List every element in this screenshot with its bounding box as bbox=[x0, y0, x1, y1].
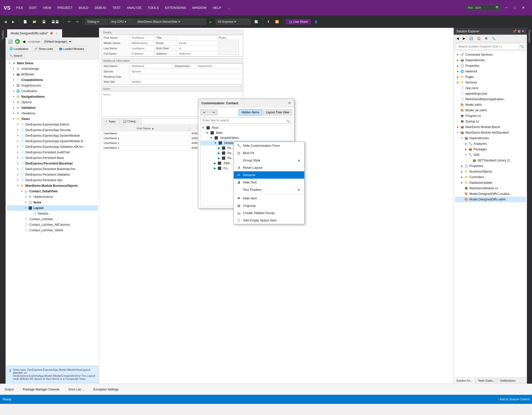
git-button[interactable]: ⬆ bbox=[265, 19, 272, 25]
expand-btn[interactable]: ▶ bbox=[15, 39, 20, 44]
sol-tree-item[interactable]: ▼🔧SDK bbox=[455, 152, 526, 158]
tree-item[interactable]: ▼📄DevExpress.ExpressApp.Validation.AllCo… bbox=[7, 144, 98, 150]
tree-item[interactable]: ▼⚙Options bbox=[7, 99, 98, 105]
sol-tree-item[interactable]: ▶📁Controllers bbox=[455, 174, 526, 180]
tab-close-btn[interactable]: ✕ bbox=[55, 32, 59, 35]
menu-view[interactable]: VIEW bbox=[40, 4, 54, 11]
sol-tree-item[interactable]: ▶🔗Connected Services bbox=[455, 52, 526, 57]
middle-name-value[interactable]: MiddleName bbox=[129, 40, 154, 46]
tree-expander[interactable]: ▼ bbox=[12, 101, 16, 103]
error-list-tab[interactable]: Error List ... bbox=[67, 387, 86, 392]
menu-window[interactable]: WINDOW bbox=[190, 4, 209, 11]
sol-pin-btn[interactable]: 📌 bbox=[512, 29, 517, 33]
tree-item[interactable]: ▼👁ViewItems bbox=[7, 111, 98, 116]
tree-item[interactable]: ▼📄DevExpress.Persistent.Xpo bbox=[7, 177, 98, 183]
sol-home-btn[interactable]: 🏠 bbox=[475, 36, 483, 41]
layout-tree-tab[interactable]: Layout Tree View bbox=[263, 109, 292, 115]
tree-item[interactable]: ▼📄DevExpress.Persistent.AuditTrail bbox=[7, 150, 98, 155]
refresh-tree-btn[interactable]: 🔄 bbox=[7, 38, 13, 45]
sol-tree-item[interactable]: 🎨Model.DesignedDiffs.Localiza... bbox=[455, 191, 526, 197]
menu-tools[interactable]: TOOLS bbox=[145, 4, 161, 11]
tree-expander[interactable]: ▼ bbox=[20, 190, 24, 193]
tree-item[interactable]: ▼⬛Layout bbox=[7, 205, 98, 211]
tree-expander[interactable]: ▶ bbox=[456, 126, 460, 128]
tree-item[interactable]: ▼📦BOModel bbox=[7, 72, 98, 77]
tree-item[interactable]: 📑Variants bbox=[7, 211, 98, 216]
tree-expander[interactable]: ▶ bbox=[456, 76, 460, 78]
user-icon-button[interactable]: 👤 bbox=[312, 19, 320, 25]
sol-tree-item[interactable]: 💻MainDemoModule.cs bbox=[455, 185, 526, 191]
sol-tree-item[interactable]: ▼📦MainDemo.Module.NetStandard bbox=[455, 130, 526, 135]
tree-item[interactable]: ▼🖼ImageSources bbox=[7, 83, 98, 88]
tree-expander[interactable]: ▼ bbox=[12, 107, 16, 109]
sol-tree-item[interactable]: 🎨Model.DesignedDiffs.xafml bbox=[455, 197, 526, 202]
minimize-button[interactable]: ─ bbox=[503, 5, 510, 10]
tree-expander[interactable]: ▶ bbox=[460, 176, 464, 178]
tree-expander[interactable]: ▶ bbox=[456, 70, 460, 73]
changes-tab[interactable]: 🔄 Chang... bbox=[119, 118, 142, 124]
ctx-text-position[interactable]: Text Position ▶ bbox=[234, 186, 304, 193]
search-box[interactable]: Mai...azor 🔍 bbox=[466, 5, 501, 11]
tree-item[interactable]: ▼📋Items bbox=[7, 200, 98, 205]
menu-debug[interactable]: DEBUG bbox=[92, 4, 109, 11]
cust-tree-simple[interactable]: ▼ ⬛ SimpleEditors bbox=[201, 135, 292, 140]
model-tab[interactable]: Model.DesignedDiffs.xafml* 📌 ✕ bbox=[7, 29, 62, 37]
tree-item[interactable]: ▼📄DevExpress.ExpressApp.Editors bbox=[7, 122, 98, 127]
sol-tree-item[interactable]: 📄appsettings.json bbox=[455, 91, 526, 96]
restore-button[interactable]: □ bbox=[512, 5, 518, 10]
tree-expander[interactable]: ▼ bbox=[16, 123, 20, 126]
sol-tree-item[interactable]: ▼📦Dependencies bbox=[455, 135, 526, 141]
tree-expander[interactable]: ▶ bbox=[456, 81, 460, 84]
tree-item[interactable]: ▼📄DevExpress.Persistent.BaseImpl bbox=[7, 161, 98, 166]
sol-filter-btn[interactable]: 🔍 bbox=[490, 36, 497, 41]
localization-btn[interactable]: 🌐 Localization bbox=[7, 46, 31, 51]
ctx-hide-text[interactable]: A Hide Text bbox=[234, 179, 304, 186]
tree-expander[interactable]: ▶ bbox=[460, 170, 464, 173]
tree-item[interactable]: ▼📄DevExpress.ExpressApp.SystemModule.N..… bbox=[7, 138, 98, 144]
tree-expander[interactable]: ▼ bbox=[16, 184, 20, 187]
notes-area[interactable]: Notes bbox=[102, 91, 243, 97]
menu-edit[interactable]: EDIT bbox=[27, 4, 39, 11]
menu-analyze[interactable]: ANALYZE bbox=[124, 4, 144, 11]
wedding-date-value[interactable] bbox=[129, 74, 243, 79]
tree-expander[interactable]: ▼ bbox=[12, 90, 16, 92]
tree-item[interactable]: ▼📄DevExpress.Persistent.Base bbox=[7, 155, 98, 161]
sol-tree-item[interactable]: 💻Startup.cs bbox=[455, 119, 526, 124]
close-button[interactable]: ✕ bbox=[520, 5, 527, 10]
tree-item[interactable]: ▼📄DevExpress.Persistent.BaseImpl.Per... bbox=[7, 166, 98, 172]
ctx-reset-layout[interactable]: ↺ Reset Layout bbox=[234, 164, 304, 171]
menu-more[interactable]: ... bbox=[225, 4, 233, 11]
tree-expander[interactable]: ▼ bbox=[16, 140, 20, 142]
birth-date-value[interactable]: d bbox=[177, 46, 217, 51]
platform-dropdown[interactable]: Any CPU ▾ bbox=[109, 19, 134, 25]
save-button[interactable]: 💾 bbox=[40, 19, 48, 25]
sol-dock-btn[interactable]: ⊞ bbox=[518, 29, 521, 33]
tree-item[interactable]: ▼📄CreatableItems bbox=[7, 77, 98, 83]
ctx-rename[interactable]: ✏ Rename bbox=[234, 171, 304, 179]
tree-expander[interactable]: ▼ bbox=[24, 207, 28, 209]
back-button[interactable]: ◀ bbox=[2, 19, 9, 25]
new-project-button[interactable]: 📄 bbox=[21, 19, 29, 25]
sol-tab-team[interactable]: Team Explo... bbox=[476, 378, 498, 384]
tree-item[interactable]: ▼🧭NavigationItems bbox=[7, 94, 98, 99]
tree-expander[interactable]: ▼ bbox=[12, 68, 16, 70]
refresh-button[interactable]: 🔄 bbox=[252, 19, 260, 25]
save-all-button[interactable]: 💾💾 bbox=[49, 19, 61, 25]
sol-tree-item[interactable]: ▶📁Pages bbox=[455, 74, 526, 80]
menu-build[interactable]: BUILD bbox=[76, 4, 91, 11]
tree-expander[interactable]: ▼ bbox=[16, 173, 20, 176]
tree-item[interactable]: 📄Contact_ListView bbox=[7, 216, 98, 222]
tree-expander[interactable]: ▼ bbox=[460, 137, 464, 139]
sol-back-btn[interactable]: ◀ bbox=[455, 36, 461, 41]
sol-refresh-btn[interactable]: 🔄 bbox=[467, 36, 475, 41]
cust-undo-btn[interactable]: ↩ bbox=[200, 109, 208, 115]
tree-expander[interactable]: ▼ bbox=[16, 129, 20, 131]
tree-item[interactable]: 📄Contact_ListView_AllColumns bbox=[7, 222, 98, 227]
sol-settings-btn[interactable]: ⚙ bbox=[483, 36, 489, 41]
ctx-group-style[interactable]: Group Style ▶ bbox=[234, 157, 304, 164]
tree-expander[interactable]: ▼ bbox=[16, 168, 20, 170]
tasks-tab[interactable]: ✓ Tasks bbox=[102, 118, 119, 124]
website-value[interactable]: WebPa... bbox=[129, 79, 243, 85]
undo-button[interactable]: ↩ bbox=[66, 19, 73, 25]
tree-expander[interactable]: ▶ bbox=[464, 142, 468, 145]
